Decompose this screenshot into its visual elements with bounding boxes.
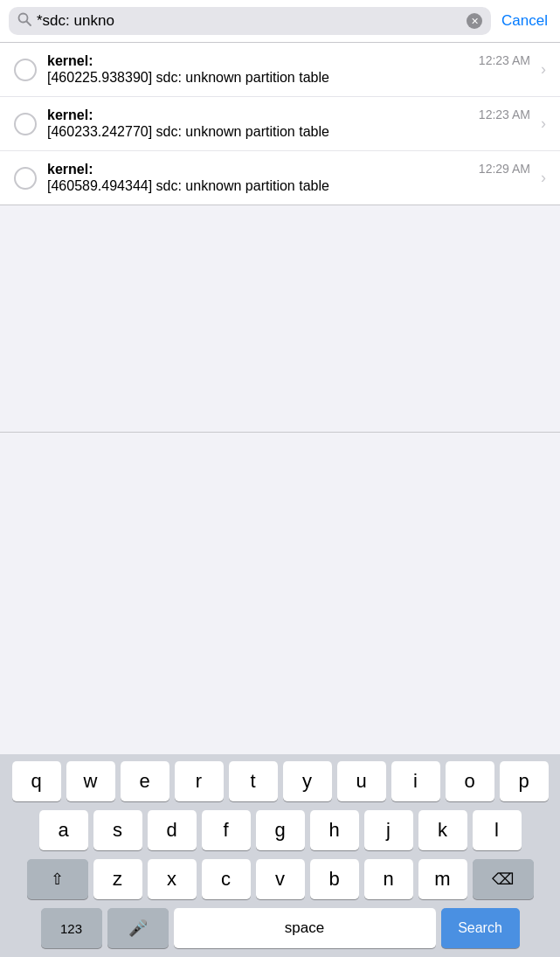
result-content: kernel: 12:29 AM [460589.494344] sdc: un… (47, 162, 530, 194)
key-m[interactable]: m (418, 859, 467, 899)
key-j[interactable]: j (364, 810, 413, 850)
keyboard-row-bottom: 123 🎤 space Search (3, 908, 557, 948)
result-title: kernel: (47, 162, 93, 177)
key-l[interactable]: l (473, 810, 522, 850)
key-g[interactable]: g (256, 810, 305, 850)
radio-circle[interactable] (14, 113, 37, 135)
key-s[interactable]: s (93, 810, 142, 850)
key-k[interactable]: k (418, 810, 467, 850)
keyboard-row-1: q w e r t y u i o p (3, 761, 557, 801)
key-t[interactable]: t (229, 761, 278, 801)
key-u[interactable]: u (337, 761, 386, 801)
cancel-button[interactable]: Cancel (498, 12, 551, 30)
key-i[interactable]: i (391, 761, 440, 801)
radio-circle[interactable] (14, 59, 37, 81)
key-q[interactable]: q (12, 761, 61, 801)
keyboard: q w e r t y u i o p a s d f g h j k l ⇧ … (0, 754, 560, 957)
result-body: [460233.242770] sdc: unknown partition t… (47, 124, 530, 140)
key-d[interactable]: d (148, 810, 197, 850)
result-content: kernel: 12:23 AM [460233.242770] sdc: un… (47, 107, 530, 140)
key-b[interactable]: b (310, 859, 359, 899)
key-e[interactable]: e (121, 761, 169, 801)
key-r[interactable]: r (175, 761, 224, 801)
svg-line-1 (27, 22, 31, 26)
result-content: kernel: 12:23 AM [460225.938390] sdc: un… (47, 53, 530, 86)
radio-circle[interactable] (14, 167, 37, 190)
key-a[interactable]: a (39, 810, 88, 850)
search-input[interactable] (37, 12, 461, 30)
shift-key[interactable]: ⇧ (27, 859, 88, 899)
key-z[interactable]: z (93, 859, 142, 899)
delete-key[interactable]: ⌫ (473, 859, 534, 899)
key-o[interactable]: o (446, 761, 494, 801)
key-w[interactable]: w (66, 761, 115, 801)
space-key[interactable]: space (174, 908, 436, 948)
clear-button[interactable]: ✕ (467, 13, 482, 29)
chevron-icon: › (541, 114, 546, 133)
key-x[interactable]: x (148, 859, 197, 899)
empty-area (0, 205, 560, 433)
key-n[interactable]: n (364, 859, 413, 899)
microphone-key[interactable]: 🎤 (107, 908, 169, 948)
keyboard-row-2: a s d f g h j k l (3, 810, 557, 850)
results-list: kernel: 12:23 AM [460225.938390] sdc: un… (0, 43, 560, 205)
result-item[interactable]: kernel: 12:23 AM [460225.938390] sdc: un… (0, 43, 560, 97)
search-key[interactable]: Search (441, 908, 520, 948)
key-v[interactable]: v (256, 859, 305, 899)
key-f[interactable]: f (202, 810, 251, 850)
search-input-wrapper: ✕ (9, 7, 491, 35)
key-y[interactable]: y (283, 761, 332, 801)
chevron-icon: › (541, 60, 546, 79)
result-title: kernel: (47, 53, 93, 69)
key-h[interactable]: h (310, 810, 359, 850)
search-icon (17, 12, 31, 30)
keyboard-row-3: ⇧ z x c v b n m ⌫ (3, 859, 557, 899)
key-c[interactable]: c (202, 859, 251, 899)
key-p[interactable]: p (500, 761, 549, 801)
result-body: [460589.494344] sdc: unknown partition t… (47, 178, 530, 194)
result-item[interactable]: kernel: 12:29 AM [460589.494344] sdc: un… (0, 151, 560, 205)
result-time: 12:23 AM (479, 107, 530, 121)
search-bar: ✕ Cancel (0, 0, 560, 43)
chevron-icon: › (541, 169, 546, 187)
result-title: kernel: (47, 107, 93, 123)
result-item[interactable]: kernel: 12:23 AM [460233.242770] sdc: un… (0, 97, 560, 151)
result-time: 12:29 AM (479, 162, 530, 176)
numbers-key[interactable]: 123 (41, 908, 102, 948)
result-time: 12:23 AM (479, 53, 530, 67)
result-body: [460225.938390] sdc: unknown partition t… (47, 70, 530, 86)
